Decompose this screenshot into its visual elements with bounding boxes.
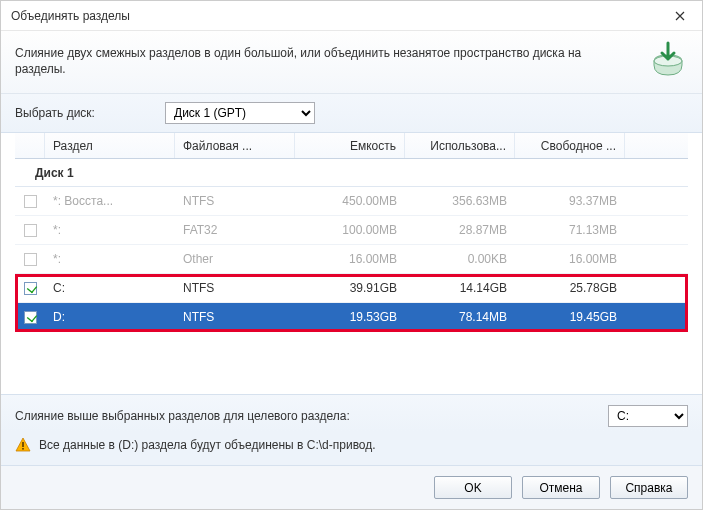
col-used[interactable]: Использова... [405,133,515,158]
col-check [15,133,45,158]
row-free: 71.13MB [515,216,625,244]
row-capacity: 450.00MB [295,187,405,215]
target-select[interactable]: C: [608,405,688,427]
merge-icon [648,41,688,81]
row-filesystem: Other [175,245,295,273]
svg-rect-2 [22,448,24,450]
row-free: 93.37MB [515,187,625,215]
table-row[interactable]: D:NTFS19.53GB78.14MB19.45GB [15,303,688,332]
cancel-button[interactable]: Отмена [522,476,600,499]
warning-text: Все данные в (D:) раздела будут объедине… [39,438,376,452]
close-button[interactable] [658,1,702,31]
table-row[interactable]: C:NTFS39.91GB14.14GB25.78GB [15,274,688,303]
col-free[interactable]: Свободное ... [515,133,625,158]
row-check-cell [15,187,45,215]
row-capacity: 100.00MB [295,216,405,244]
col-partition[interactable]: Раздел [45,133,175,158]
table-row: *:Other16.00MB0.00KB16.00MB [15,245,688,274]
warning-icon [15,437,31,453]
row-check-cell[interactable] [15,274,45,302]
row-used: 0.00KB [405,245,515,273]
button-bar: OK Отмена Справка [1,466,702,509]
disk-label: Выбрать диск: [15,106,165,120]
row-used: 78.14MB [405,303,515,331]
warning-row: Все данные в (D:) раздела будут объедине… [1,431,702,466]
svg-rect-1 [22,442,24,447]
row-check-cell [15,216,45,244]
help-button[interactable]: Справка [610,476,688,499]
target-row: Слияние выше выбранных разделов для целе… [1,395,702,431]
checkbox-icon [24,253,37,266]
row-check-cell[interactable] [15,303,45,331]
disk-row: Выбрать диск: Диск 1 (GPT) [1,94,702,133]
partition-table: Раздел Файловая ... Емкость Использова..… [1,133,702,395]
row-used: 28.87MB [405,216,515,244]
description-text: Слияние двух смежных разделов в один бол… [15,45,648,77]
row-filesystem: NTFS [175,303,295,331]
row-partition-name: *: [45,216,175,244]
row-filesystem: NTFS [175,274,295,302]
row-partition-name: *: [45,245,175,273]
row-free: 16.00MB [515,245,625,273]
row-free: 25.78GB [515,274,625,302]
close-icon [675,11,685,21]
row-partition-name: C: [45,274,175,302]
col-capacity[interactable]: Емкость [295,133,405,158]
table-row: *: Восста...NTFS450.00MB356.63MB93.37MB [15,187,688,216]
row-partition-name: *: Восста... [45,187,175,215]
target-label: Слияние выше выбранных разделов для целе… [15,409,608,423]
description-row: Слияние двух смежных разделов в один бол… [1,31,702,94]
disk-select[interactable]: Диск 1 (GPT) [165,102,315,124]
disk-group: Диск 1 [15,159,688,187]
checkbox-icon [24,282,37,295]
checkbox-icon [24,311,37,324]
col-filesystem[interactable]: Файловая ... [175,133,295,158]
row-free: 19.45GB [515,303,625,331]
row-partition-name: D: [45,303,175,331]
row-capacity: 39.91GB [295,274,405,302]
row-filesystem: FAT32 [175,216,295,244]
table-row: *:FAT32100.00MB28.87MB71.13MB [15,216,688,245]
row-capacity: 19.53GB [295,303,405,331]
titlebar: Объединять разделы [1,1,702,31]
checkbox-icon [24,195,37,208]
window-title: Объединять разделы [11,9,658,23]
row-check-cell [15,245,45,273]
ok-button[interactable]: OK [434,476,512,499]
row-filesystem: NTFS [175,187,295,215]
checkbox-icon [24,224,37,237]
row-used: 356.63MB [405,187,515,215]
row-capacity: 16.00MB [295,245,405,273]
row-used: 14.14GB [405,274,515,302]
table-header: Раздел Файловая ... Емкость Использова..… [15,133,688,159]
